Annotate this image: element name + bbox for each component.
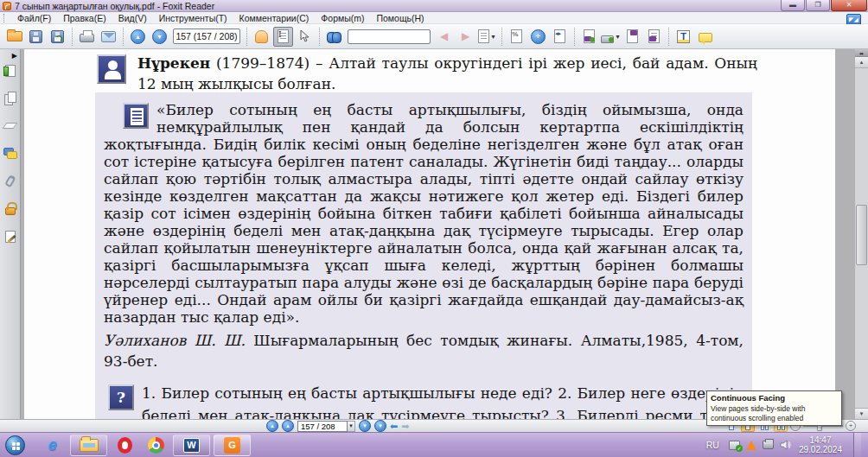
show-desktop-button[interactable] (853, 433, 861, 457)
create-blank-pdf-button[interactable] (622, 27, 642, 47)
word-icon: W (183, 438, 200, 453)
scrollbar-splitter-handle[interactable]: ⬌ (855, 49, 868, 57)
hand-tool-button[interactable] (252, 27, 271, 47)
menu-item-file[interactable]: Файл(F) (11, 13, 57, 23)
minimize-icon: ▬ (789, 3, 796, 8)
page-dropdown-button[interactable]: ▼ (348, 421, 355, 432)
word-taskbar-button[interactable]: W (173, 435, 210, 456)
attachments-panel-button[interactable] (3, 174, 17, 188)
person-icon (97, 54, 126, 84)
find-button[interactable] (324, 27, 344, 47)
page-options-button[interactable]: ▼ (477, 27, 497, 47)
minimize-button[interactable]: ▬ (781, 0, 805, 11)
find-next-button[interactable]: ▶ (456, 27, 475, 47)
print-button[interactable] (77, 27, 97, 47)
panel-toggle-arrow-icon[interactable]: ▶ (12, 52, 17, 60)
add-note-button[interactable] (695, 27, 715, 47)
zoom-in-button[interactable]: + (846, 421, 856, 431)
next-page-button[interactable]: ▼ (359, 420, 371, 432)
layers-panel-button[interactable] (3, 118, 17, 133)
security-panel-button[interactable] (3, 201, 17, 216)
next-view-button[interactable]: ➡ (401, 422, 409, 430)
menu-item-tools[interactable]: Инструменты(T) (153, 13, 233, 23)
pdf-page: Нұрекен (1799–1874) – Алтай таулы округі… (24, 49, 835, 419)
save-icon (29, 30, 42, 43)
foxit-reader-window: 7 сынып жаңартылған оқулық.pdf - Foxit R… (0, 0, 868, 457)
comments-panel-button[interactable] (3, 146, 17, 161)
scroll-down-button[interactable]: ▼ (855, 408, 868, 419)
note-comment-icon (699, 33, 712, 42)
save-all-button[interactable] (48, 27, 67, 47)
search-input[interactable] (348, 29, 431, 44)
email-button[interactable] (99, 27, 118, 47)
zoom-percent-button[interactable]: % (507, 27, 527, 47)
highlight-text-button[interactable]: T (673, 27, 693, 47)
taskbar-clock[interactable]: 14:47 29.02.2024 (799, 435, 842, 455)
titlebar: 7 сынып жаңартылған оқулық.pdf - Foxit R… (0, 0, 868, 12)
window-title: 7 сынып жаңартылған оқулық.pdf - Foxit R… (15, 1, 214, 11)
binoculars-icon (327, 32, 341, 41)
chrome-taskbar-button[interactable] (142, 434, 169, 456)
fit-page-button[interactable]: ✛ (528, 27, 548, 47)
toolbar-separator (319, 28, 320, 46)
forms-panel-button[interactable] (3, 229, 17, 244)
lock-icon (5, 207, 16, 215)
page-icon (478, 29, 489, 43)
save-button[interactable] (26, 27, 46, 47)
menu-item-view[interactable]: Вид(V) (112, 13, 153, 23)
fit-page-icon: ✛ (531, 29, 546, 44)
menu-item-comments[interactable]: Комментарии(C) (233, 13, 316, 23)
create-pdf-from-file-button[interactable] (579, 27, 599, 47)
toolbar: ▲ ▼ I ◀ ▶ ▼ % ✛ ◂▸ ▼ T (0, 24, 868, 49)
statusbar-page-field[interactable] (297, 421, 348, 432)
next-page-button[interactable]: ▼ (150, 27, 169, 47)
find-previous-button[interactable]: ◀ (434, 27, 454, 47)
network-status-icon[interactable] (729, 441, 740, 450)
opera-taskbar-button[interactable] (111, 434, 138, 456)
scroll-up-button[interactable]: ▲ (855, 57, 868, 68)
language-indicator[interactable]: RU (706, 440, 723, 450)
restore-button[interactable]: ❐ (806, 0, 830, 11)
page-number-field[interactable] (173, 29, 240, 44)
select-annotation-tool-button[interactable] (295, 27, 315, 47)
menu-item-help[interactable]: Помощь(H) (370, 13, 430, 23)
blank-pdf-icon (627, 29, 638, 43)
pages-panel-button[interactable] (3, 91, 17, 105)
pdf-from-file-icon (584, 29, 595, 43)
folder-icon (80, 439, 99, 452)
explorer-taskbar-button[interactable] (70, 435, 107, 456)
menu-item-edit[interactable]: Правка(E) (57, 13, 112, 23)
toolbar-separator (246, 28, 247, 46)
select-text-tool-button[interactable]: I (273, 27, 293, 47)
start-button[interactable] (5, 435, 25, 455)
menu-item-forms[interactable]: Формы(m) (315, 13, 370, 23)
previous-view-button[interactable]: ⬅ (390, 422, 398, 430)
first-page-button[interactable]: ▲ (266, 420, 278, 432)
restore-icon: ❐ (814, 3, 820, 8)
hand-icon (255, 30, 268, 43)
fit-width-button[interactable]: ◂▸ (550, 27, 570, 47)
create-pdf-from-scanner-button[interactable]: ▼ (601, 27, 621, 47)
close-button[interactable]: ✕ (831, 0, 867, 11)
quote-paragraph: «Билер сотының ең басты артықшылығы, біз… (104, 101, 744, 326)
vertical-scrollbar[interactable]: ⬌ ▲ ▼ (854, 49, 868, 419)
bookmarks-panel-button[interactable] (3, 63, 17, 78)
system-tray: RU 14:47 29.02.2024 (706, 433, 861, 457)
volume-icon[interactable] (780, 440, 791, 450)
questions-paragraph: ? 1. Билер сотының ең басты артықшылығы … (104, 382, 744, 419)
highlight-text-icon: T (677, 30, 690, 43)
toolbar-separator (574, 28, 575, 46)
previous-page-button[interactable]: ▲ (282, 420, 294, 432)
device-icon[interactable] (763, 441, 774, 449)
previous-page-button[interactable]: ▲ (128, 27, 148, 47)
export-pdf-button[interactable] (644, 27, 664, 47)
scrollbar-thumb[interactable] (856, 205, 867, 265)
fit-width-icon: ◂▸ (554, 29, 565, 43)
last-page-button[interactable]: ▼ (374, 420, 386, 432)
open-file-button[interactable] (4, 27, 24, 47)
internet-explorer-icon: e (48, 436, 57, 454)
internet-explorer-taskbar-button[interactable]: e (39, 434, 67, 456)
antivirus-icon[interactable] (746, 441, 756, 450)
toolbar-separator (501, 28, 502, 46)
foxit-taskbar-button[interactable]: G (214, 435, 251, 456)
